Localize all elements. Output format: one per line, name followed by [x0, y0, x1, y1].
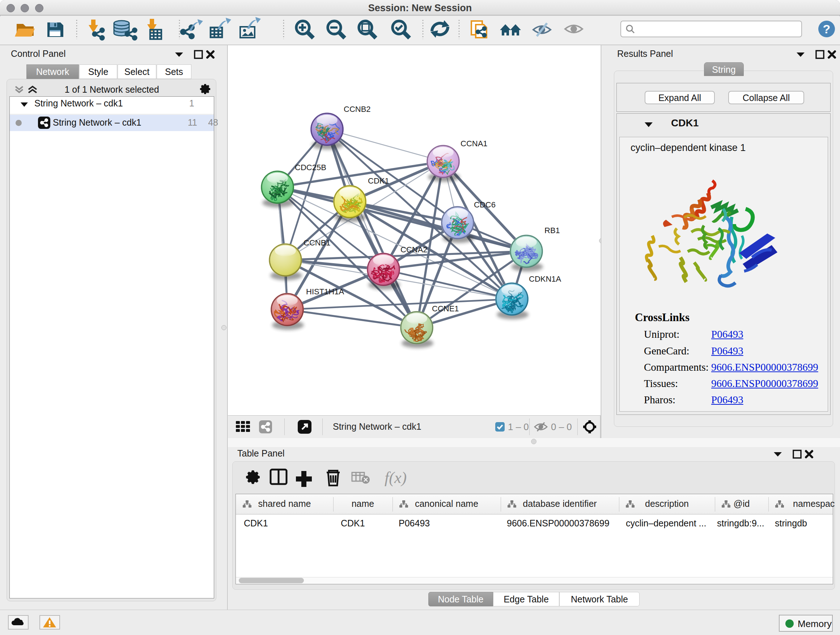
svg-text:HIST1H1A: HIST1H1A: [306, 287, 344, 296]
svg-text:CCNB2: CCNB2: [344, 105, 371, 114]
svg-text:RB1: RB1: [545, 226, 560, 235]
svg-text:CCNE1: CCNE1: [432, 304, 459, 313]
svg-text:CCNA1: CCNA1: [461, 139, 488, 148]
svg-text:CDKN1A: CDKN1A: [529, 274, 561, 283]
svg-text:CDK1: CDK1: [368, 176, 389, 185]
svg-text:f(x): f(x): [385, 469, 407, 486]
svg-text:CDC6: CDC6: [474, 200, 496, 209]
svg-text:CCNB1: CCNB1: [303, 238, 331, 247]
svg-text:CCNA2: CCNA2: [401, 245, 428, 254]
svg-text:?: ?: [823, 22, 831, 36]
svg-text:CDC25B: CDC25B: [295, 163, 326, 172]
